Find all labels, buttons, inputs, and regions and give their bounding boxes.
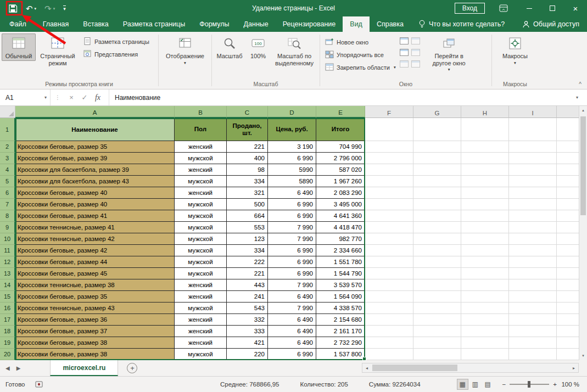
reset-window-position-icon[interactable] <box>411 60 420 68</box>
cell-B12[interactable]: мужской <box>175 256 227 268</box>
cell-B19[interactable]: женский <box>175 337 227 349</box>
cell-A11[interactable]: Кроссовки беговые, размер 42 <box>15 245 175 256</box>
tab-review[interactable]: Рецензирование <box>276 16 343 32</box>
cell-G15[interactable] <box>413 291 461 303</box>
cell-D15[interactable]: 6 490 <box>268 291 316 303</box>
normal-view-button[interactable]: Обычный <box>2 33 36 61</box>
cell-E10[interactable]: 982 770 <box>316 233 365 245</box>
cell-F2[interactable] <box>365 141 413 153</box>
horizontal-scroll-thumb[interactable] <box>372 365 457 371</box>
cell-B11[interactable]: мужской <box>175 245 227 256</box>
new-window-button[interactable]: Новое окно <box>323 36 398 48</box>
zoom-slider[interactable] <box>510 384 549 385</box>
cell-C16[interactable]: 543 <box>227 303 268 314</box>
cell-G8[interactable] <box>413 210 461 222</box>
cell-F13[interactable] <box>365 268 413 279</box>
cell-H5[interactable] <box>461 176 509 187</box>
row-header-14[interactable]: 14 <box>0 279 15 291</box>
cell-D8[interactable]: 6 990 <box>268 210 316 222</box>
cell-A19[interactable]: Кроссовки беговые, размер 38 <box>15 337 175 349</box>
sheet-nav-left-icon[interactable]: ◀ <box>5 365 10 371</box>
zoom-in-button[interactable]: + <box>553 381 557 388</box>
maximize-button[interactable] <box>541 0 564 16</box>
cell-E8[interactable]: 4 641 360 <box>316 210 365 222</box>
cell-C3[interactable]: 400 <box>227 153 268 164</box>
cell-G11[interactable] <box>413 245 461 256</box>
page-break-preview-button[interactable]: Страничный режим <box>36 33 80 68</box>
cell-G10[interactable] <box>413 233 461 245</box>
cell-C14[interactable]: 443 <box>227 279 268 291</box>
cell-H14[interactable] <box>461 279 509 291</box>
cell-D16[interactable]: 7 990 <box>268 303 316 314</box>
normal-view-shortcut[interactable]: ▦ <box>457 379 468 390</box>
cell-D13[interactable]: 6 990 <box>268 268 316 279</box>
cell-E2[interactable]: 704 990 <box>316 141 365 153</box>
cell-H16[interactable] <box>461 303 509 314</box>
page-break-view-shortcut[interactable]: ▤ <box>482 379 494 390</box>
cell-x15[interactable] <box>557 291 579 303</box>
cell-I3[interactable] <box>509 153 557 164</box>
select-all-button[interactable] <box>0 106 15 118</box>
cell-D2[interactable]: 3 190 <box>268 141 316 153</box>
cell-D18[interactable]: 6 490 <box>268 326 316 337</box>
cell-I1[interactable] <box>509 118 557 141</box>
sheet-nav-right-icon[interactable]: ▶ <box>16 365 21 371</box>
cell-A18[interactable]: Кроссовки беговые, размер 37 <box>15 326 175 337</box>
cell-E14[interactable]: 3 539 570 <box>316 279 365 291</box>
cell-x3[interactable] <box>557 153 579 164</box>
cell-H19[interactable] <box>461 337 509 349</box>
cell-I15[interactable] <box>509 291 557 303</box>
arrange-all-button[interactable]: Упорядочить все <box>323 48 398 61</box>
cell-x19[interactable] <box>557 337 579 349</box>
row-header-4[interactable]: 4 <box>0 164 15 176</box>
cell-E5[interactable]: 1 967 260 <box>316 176 365 187</box>
cell-B10[interactable]: мужской <box>175 233 227 245</box>
cell-x4[interactable] <box>557 164 579 176</box>
tab-file[interactable]: Файл <box>0 16 36 32</box>
cell-E3[interactable]: 2 796 000 <box>316 153 365 164</box>
column-header-F[interactable]: F <box>365 106 413 118</box>
cell-A7[interactable]: Кроссовки беговые, размер 40 <box>15 199 175 210</box>
customize-qat-button[interactable]: ▾ <box>63 5 66 12</box>
undo-dropdown-icon[interactable]: ▾ <box>35 7 37 10</box>
cell-C11[interactable]: 334 <box>227 245 268 256</box>
cancel-entry-button[interactable]: × <box>65 93 78 102</box>
cell-x5[interactable] <box>557 176 579 187</box>
cell-I7[interactable] <box>509 199 557 210</box>
horizontal-scrollbar[interactable]: ◂ ▸ <box>362 363 579 373</box>
row-header-2[interactable]: 2 <box>0 141 15 153</box>
cell-D17[interactable]: 6 490 <box>268 314 316 326</box>
zoom-button[interactable]: Масштаб <box>214 33 245 61</box>
cell-E20[interactable]: 1 537 800 <box>316 349 365 360</box>
split-icon[interactable] <box>400 37 409 44</box>
cell-H9[interactable] <box>461 222 509 233</box>
cell-F4[interactable] <box>365 164 413 176</box>
view-side-by-side-icon[interactable] <box>411 37 420 44</box>
cell-x7[interactable] <box>557 199 579 210</box>
tab-view[interactable]: Вид <box>343 16 370 32</box>
cell-E16[interactable]: 4 338 570 <box>316 303 365 314</box>
cell-C13[interactable]: 221 <box>227 268 268 279</box>
cell-I2[interactable] <box>509 141 557 153</box>
cell-x13[interactable] <box>557 268 579 279</box>
cell-H8[interactable] <box>461 210 509 222</box>
cell-B1[interactable]: Пол <box>175 118 227 141</box>
cell-H7[interactable] <box>461 199 509 210</box>
cell-I5[interactable] <box>509 176 557 187</box>
cell-D19[interactable]: 6 490 <box>268 337 316 349</box>
cell-F5[interactable] <box>365 176 413 187</box>
cell-C17[interactable]: 332 <box>227 314 268 326</box>
cell-H17[interactable] <box>461 314 509 326</box>
redo-dropdown-icon[interactable]: ▾ <box>53 7 55 10</box>
cell-x12[interactable] <box>557 256 579 268</box>
ribbon-display-options-button[interactable] <box>499 4 508 12</box>
page-layout-view-shortcut[interactable]: ▥ <box>469 379 481 390</box>
scroll-down-icon[interactable]: ▾ <box>579 351 587 360</box>
cell-x16[interactable] <box>557 303 579 314</box>
cell-G5[interactable] <box>413 176 461 187</box>
cell-A17[interactable]: Кроссовки беговые, размер 36 <box>15 314 175 326</box>
cell-G2[interactable] <box>413 141 461 153</box>
cell-E18[interactable]: 2 161 170 <box>316 326 365 337</box>
enter-entry-button[interactable]: ✓ <box>78 93 91 102</box>
cell-B8[interactable]: мужской <box>175 210 227 222</box>
